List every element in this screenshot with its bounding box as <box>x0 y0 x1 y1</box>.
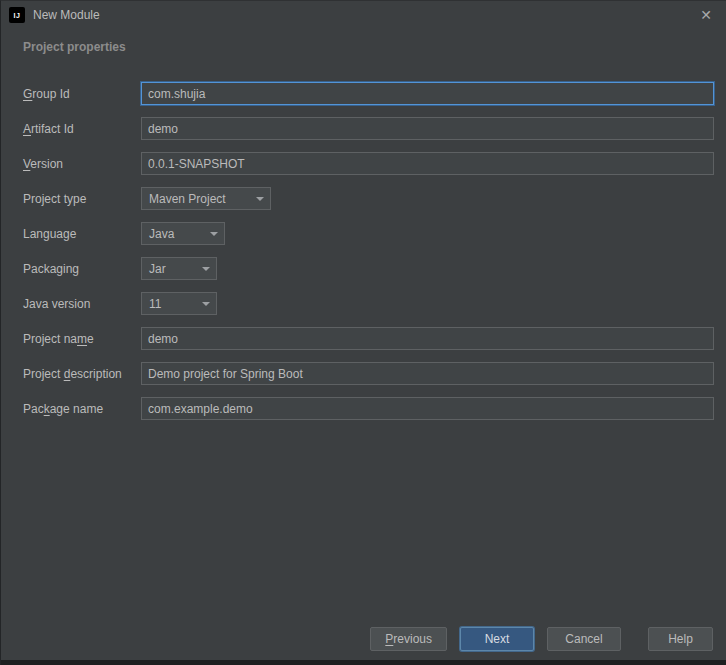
dialog-button-bar: Previous Next Cancel Help <box>1 627 726 660</box>
chevron-down-icon <box>202 267 210 271</box>
java-version-dropdown[interactable]: 11 <box>141 292 217 315</box>
chevron-down-icon <box>210 232 218 236</box>
title-bar: IJ New Module ✕ <box>1 1 726 29</box>
row-artifact-id: Artifact Id <box>23 117 714 140</box>
dialog-content: Project properties Group Id Artifact Id … <box>1 29 726 627</box>
project-description-input[interactable] <box>141 362 714 385</box>
project-description-label: Project description <box>23 367 141 381</box>
row-packaging: Packaging Jar <box>23 257 714 280</box>
row-project-type: Project type Maven Project <box>23 187 714 210</box>
window-title: New Module <box>33 8 100 22</box>
language-label: Language <box>23 227 141 241</box>
project-type-value: Maven Project <box>149 192 246 206</box>
artifact-id-label: Artifact Id <box>23 122 141 136</box>
row-project-name: Project name <box>23 327 714 350</box>
version-label: Version <box>23 157 141 171</box>
project-name-input[interactable] <box>141 327 714 350</box>
close-icon[interactable]: ✕ <box>694 3 718 27</box>
row-language: Language Java <box>23 222 714 245</box>
cancel-button[interactable]: Cancel <box>547 627 621 651</box>
package-name-input[interactable] <box>141 397 714 420</box>
help-button[interactable]: Help <box>648 627 713 651</box>
section-title-project-properties: Project properties <box>23 40 714 54</box>
row-group-id: Group Id <box>23 82 714 105</box>
packaging-value: Jar <box>149 262 192 276</box>
group-id-input[interactable] <box>141 82 714 105</box>
intellij-app-icon: IJ <box>9 7 25 23</box>
row-java-version: Java version 11 <box>23 292 714 315</box>
project-type-label: Project type <box>23 192 141 206</box>
chevron-down-icon <box>202 302 210 306</box>
project-name-label: Project name <box>23 332 141 346</box>
language-dropdown[interactable]: Java <box>141 222 225 245</box>
java-version-value: 11 <box>149 297 192 311</box>
chevron-down-icon <box>256 197 264 201</box>
next-button[interactable]: Next <box>460 627 534 651</box>
packaging-dropdown[interactable]: Jar <box>141 257 217 280</box>
previous-button[interactable]: Previous <box>370 627 447 651</box>
artifact-id-input[interactable] <box>141 117 714 140</box>
row-project-description: Project description <box>23 362 714 385</box>
new-module-dialog: IJ New Module ✕ Project properties Group… <box>0 0 726 665</box>
package-name-label: Package name <box>23 402 141 416</box>
version-input[interactable] <box>141 152 714 175</box>
row-package-name: Package name <box>23 397 714 420</box>
language-value: Java <box>149 227 200 241</box>
row-version: Version <box>23 152 714 175</box>
group-id-label: Group Id <box>23 87 141 101</box>
java-version-label: Java version <box>23 297 141 311</box>
window-bottom-edge <box>1 660 726 665</box>
packaging-label: Packaging <box>23 262 141 276</box>
project-type-dropdown[interactable]: Maven Project <box>141 187 271 210</box>
